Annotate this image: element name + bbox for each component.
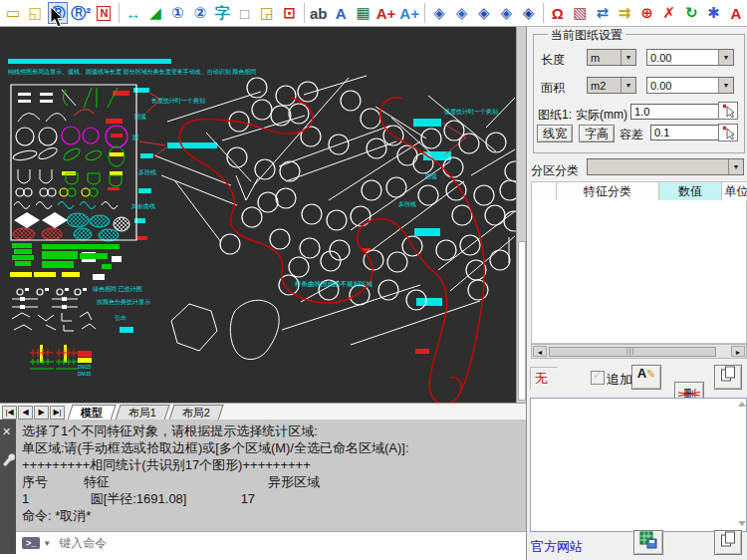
partition-label: 分区分类 — [531, 162, 579, 179]
result-listbox[interactable] — [530, 398, 747, 532]
canvas-shape — [418, 185, 438, 205]
a-red-icon-glyph: A — [731, 5, 742, 22]
feature-col-value[interactable]: 数值 — [659, 182, 722, 201]
refresh-box-icon[interactable]: ↻ — [681, 2, 701, 24]
feature-col-blank[interactable] — [532, 182, 557, 201]
chevron-down-icon[interactable]: ▼ — [43, 539, 51, 548]
pick-tolerance-button[interactable] — [718, 124, 738, 141]
text-arrow-icon[interactable]: A — [331, 2, 351, 24]
length-unit-select[interactable]: m ▼ — [587, 49, 636, 66]
scroll-left-icon[interactable]: ◄ — [533, 346, 547, 357]
find-text-icon[interactable]: ab — [309, 2, 329, 24]
feature-table-body[interactable] — [531, 200, 747, 344]
font-plus-red-icon[interactable]: A+ — [375, 2, 397, 24]
toolbar-separator — [304, 3, 305, 23]
canvas-shape: 引出 — [115, 315, 126, 322]
drawing-canvas[interactable]: 纯线性图形周边显示、弧线、圆弧线等长度 部分区域分类长度变更手动改、自动识别 颜… — [0, 27, 516, 403]
dim-ruler-icon[interactable]: ↔ — [123, 2, 142, 24]
canvas-shape — [78, 358, 92, 363]
canvas-shape — [13, 228, 35, 240]
target-box-icon[interactable]: ⊡ — [279, 2, 299, 24]
dashed-box-icon[interactable]: □ — [234, 2, 254, 24]
length-precision-select[interactable]: 0.00 ▼ — [646, 49, 734, 66]
n-box-tool-icon-glyph: N — [97, 6, 111, 21]
pick-on-screen-button[interactable] — [718, 102, 738, 120]
tab-layout1[interactable]: 布局1 — [115, 405, 169, 420]
command-input[interactable] — [57, 535, 439, 551]
chevron-down-icon[interactable]: ▼ — [621, 78, 635, 93]
area-tool-icon[interactable]: ◱ — [25, 2, 45, 24]
layer-tool-3-icon[interactable]: ◈ — [474, 2, 494, 24]
canvas-scrollbar-thumb[interactable] — [518, 241, 526, 401]
tab-layout2[interactable]: 布局2 — [169, 405, 224, 420]
command-history[interactable]: 选择了1个不同特征对象，请根据提示选择统计区域:单区域:请(手动框选或拾取边框)… — [16, 420, 528, 531]
append-checkbox[interactable] — [591, 371, 605, 385]
layer-tool-2-icon[interactable]: ◈ — [451, 2, 471, 24]
area-unit-select[interactable]: m2 ▼ — [587, 77, 636, 94]
command-line: 1 圆[半径:1691.08] 17 — [22, 490, 522, 507]
number-two-icon[interactable]: ② — [190, 2, 210, 24]
tab-nav-next-icon[interactable]: ▶ — [34, 406, 49, 420]
copy-button-2[interactable] — [714, 530, 742, 555]
circle-target-icon[interactable]: ⊕ — [636, 2, 656, 24]
measure-ruler-icon[interactable]: ▭ — [3, 2, 23, 24]
canvas-shape — [140, 153, 153, 158]
dim-ruler-icon-glyph: ↔ — [125, 5, 140, 22]
number-one-icon[interactable]: ① — [167, 2, 187, 24]
list-scroll-up-icon[interactable] — [738, 402, 746, 407]
canvas-shape — [505, 161, 516, 181]
excel-table-icon[interactable]: ▦ — [353, 2, 373, 24]
stat-r2-tool-icon[interactable]: Ⓡ² — [70, 2, 92, 24]
list-scroll-down-icon[interactable] — [738, 521, 746, 526]
canvas-shape — [302, 204, 322, 224]
canvas-shape — [42, 244, 120, 249]
chevron-down-icon[interactable]: ▼ — [718, 78, 733, 93]
canvas-shape — [351, 161, 450, 230]
double-arrow-icon[interactable]: ⇉ — [615, 2, 634, 24]
area-precision-select[interactable]: 0.00 ▼ — [646, 77, 734, 94]
scroll-right-icon[interactable]: ► — [731, 346, 745, 357]
paper-label: 图纸1: — [538, 107, 572, 124]
stat-r-tool-icon-glyph: Ⓡ — [50, 4, 65, 23]
close-icon[interactable]: ✕ — [2, 425, 11, 438]
layer-tool-1-icon[interactable]: ◈ — [429, 2, 449, 24]
chevron-down-icon[interactable]: ▼ — [718, 50, 733, 65]
official-website-link[interactable]: 官方网站 — [531, 538, 583, 556]
actual-mm-input[interactable] — [630, 104, 730, 120]
link-move-icon[interactable]: ⇄ — [592, 2, 612, 24]
canvas-shape — [171, 304, 217, 351]
stat-r-tool-icon[interactable]: Ⓡ — [48, 2, 68, 24]
chevron-down-icon[interactable]: ▼ — [621, 50, 635, 65]
tab-nav-first-icon[interactable]: |◀ — [2, 406, 17, 420]
wrench-icon[interactable] — [1, 451, 15, 470]
table-horizontal-scrollbar[interactable]: ◄ ► ||| — [531, 344, 747, 359]
tab-nav-prev-icon[interactable]: ◀ — [18, 406, 33, 420]
chevron-down-icon[interactable]: ▼ — [728, 159, 743, 174]
tab-model[interactable]: 模型 — [67, 405, 116, 420]
font-plus-blue-icon[interactable]: A+ — [398, 2, 420, 24]
layer-tool-4-icon[interactable]: ◈ — [496, 2, 516, 24]
erase-cross-icon[interactable]: ✗ — [659, 2, 679, 24]
copy-button[interactable] — [714, 365, 742, 390]
canvas-shape — [279, 126, 390, 166]
slope-tool-icon[interactable]: ◢ — [145, 2, 165, 24]
area-tool-icon-glyph: ◱ — [28, 4, 42, 22]
n-box-tool-icon[interactable]: N — [94, 2, 114, 24]
text-stat-icon[interactable]: 字 — [212, 2, 232, 24]
export-excel-button[interactable] — [633, 530, 663, 555]
tab-nav-last-icon[interactable]: ▶| — [50, 406, 65, 420]
canvas-shape — [42, 212, 68, 228]
edit-name-button[interactable]: A✎ — [631, 365, 661, 390]
textheight-button[interactable]: 字高 — [579, 125, 615, 142]
a-red-icon[interactable]: A — [726, 2, 746, 24]
feature-col-unit[interactable]: 单位 — [722, 182, 747, 201]
linewidth-button[interactable]: 线宽 — [537, 125, 573, 142]
partition-select[interactable]: ▼ — [587, 158, 744, 175]
feature-col-category[interactable]: 特征分类 — [557, 182, 659, 201]
hatch-region-icon[interactable]: ▧ — [570, 2, 590, 24]
burst-tool-icon[interactable]: ✱ — [703, 2, 723, 24]
layer-tool-5-icon[interactable]: ◈ — [518, 2, 538, 24]
canvas-vertical-scrollbar[interactable] — [516, 27, 526, 403]
magnet-snap-icon[interactable]: Ω — [548, 2, 568, 24]
corner-box-icon[interactable]: ◲ — [257, 2, 277, 24]
